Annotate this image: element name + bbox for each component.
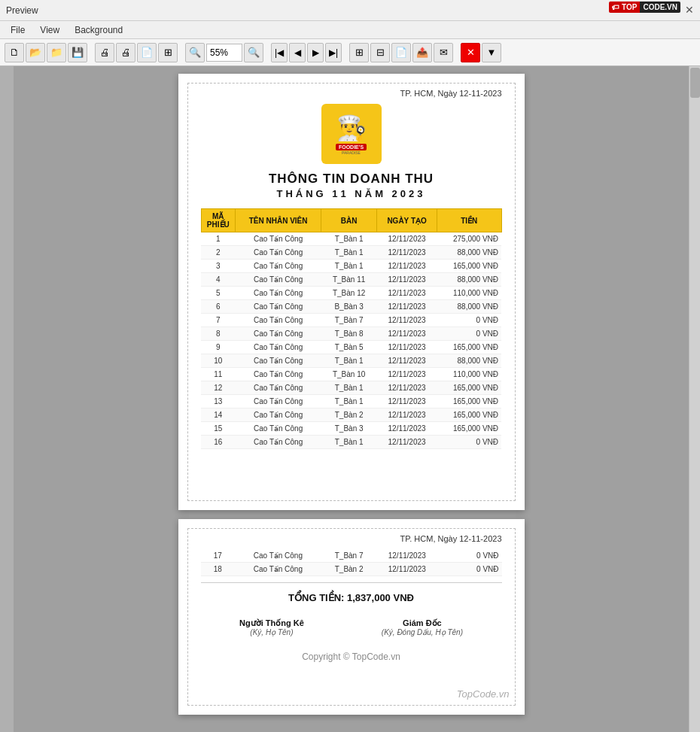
table-row: 18 Cao Tấn Công T_Bàn 2 12/11/2023 0 VNĐ	[201, 563, 502, 576]
cell-money: 165,000 VNĐ	[437, 381, 501, 395]
play-button[interactable]: ▶	[307, 43, 324, 62]
cell-date: 12/11/2023	[377, 246, 437, 260]
table-row: 6 Cao Tấn Công B_Bàn 3 12/11/2023 88,000…	[201, 300, 501, 314]
cell-money: 275,000 VNĐ	[437, 232, 501, 246]
stop-button[interactable]: ✕	[461, 43, 480, 62]
cell-table: T_Bàn 11	[321, 273, 377, 287]
scrollbar-right[interactable]	[689, 66, 700, 732]
cell-id: 1	[201, 232, 236, 246]
cell-table: T_Bàn 8	[321, 327, 377, 341]
cell-money: 165,000 VNĐ	[437, 409, 501, 422]
cell-date: 12/11/2023	[377, 232, 437, 246]
cell-id: 13	[201, 395, 236, 409]
last-page-button[interactable]: ▶|	[325, 43, 342, 62]
table-row: 16 Cao Tấn Công T_Bàn 1 12/11/2023 0 VNĐ	[201, 436, 501, 449]
open-folder-button[interactable]: 📁	[47, 43, 66, 62]
cell-name: Cao Tấn Công	[236, 395, 321, 409]
cell-date: 12/11/2023	[377, 354, 437, 368]
table-row: 13 Cao Tấn Công T_Bàn 1 12/11/2023 165,0…	[201, 395, 501, 409]
print2-button[interactable]: 🖨	[116, 43, 135, 62]
cell-date: 12/11/2023	[377, 368, 437, 381]
cell-table: T_Bàn 5	[321, 341, 377, 354]
cell-name: Cao Tấn Công	[236, 314, 321, 327]
export-button[interactable]: 📄	[137, 43, 157, 62]
data-table-page2: 17 Cao Tấn Công T_Bàn 7 12/11/2023 0 VNĐ…	[201, 549, 502, 576]
first-page-button[interactable]: |◀	[271, 43, 288, 62]
menu-view[interactable]: View	[32, 23, 67, 37]
cell-name: Cao Tấn Công	[236, 273, 321, 287]
cell-name: Cao Tấn Công	[236, 287, 321, 300]
title-bar-text: Preview	[6, 5, 38, 16]
signature-row: Người Thống Kê (Ký, Họ Tên) Giám Đốc (Ký…	[201, 618, 502, 636]
menu-file[interactable]: File	[3, 23, 32, 37]
cell-date: 12/11/2023	[377, 549, 437, 563]
cell-table: T_Bàn 3	[321, 422, 377, 436]
sig-right-title: Giám Đốc	[382, 618, 463, 628]
table-row: 3 Cao Tấn Công T_Bàn 1 12/11/2023 165,00…	[201, 260, 501, 273]
cell-id: 6	[201, 300, 236, 314]
cell-date: 12/11/2023	[377, 327, 437, 341]
cell-money: 88,000 VNĐ	[437, 354, 501, 368]
table-row: 5 Cao Tấn Công T_Bàn 12 12/11/2023 110,0…	[201, 287, 501, 300]
close-icon[interactable]: ✕	[685, 4, 694, 16]
zoom-in-button[interactable]: 🔍	[244, 43, 263, 62]
page1-date: TP. HCM, Ngày 12-11-2023	[201, 89, 502, 98]
cell-name: Cao Tấn Công	[236, 368, 321, 381]
email-button[interactable]: ✉	[434, 43, 453, 62]
export3-button[interactable]: 📤	[412, 43, 432, 62]
copyright: Copyright © TopCode.vn	[201, 652, 502, 662]
cell-id: 11	[201, 368, 236, 381]
print-button[interactable]: 🖨	[95, 43, 114, 62]
cell-name: Cao Tấn Công	[236, 381, 321, 395]
cell-money: 165,000 VNĐ	[437, 422, 501, 436]
cell-table: T_Bàn 1	[321, 260, 377, 273]
cell-money: 0 VNĐ	[437, 314, 501, 327]
cell-id: 10	[201, 354, 236, 368]
open-button[interactable]: 📂	[26, 43, 45, 62]
cell-name: Cao Tấn Công	[236, 232, 321, 246]
cell-name: Cao Tấn Công	[236, 422, 321, 436]
cell-date: 12/11/2023	[377, 314, 437, 327]
cell-date: 12/11/2023	[377, 563, 437, 576]
sig-right: Giám Đốc (Ký, Đóng Dấu, Họ Tên)	[382, 618, 463, 636]
table-row: 7 Cao Tấn Công T_Bàn 7 12/11/2023 0 VNĐ	[201, 314, 501, 327]
logo-area: 👨‍🍳 FOODIE'S PARADISE	[201, 104, 502, 164]
cell-id: 17	[201, 549, 236, 563]
extra-button[interactable]: ▼	[482, 43, 501, 62]
menu-background[interactable]: Background	[67, 23, 130, 37]
cell-date: 12/11/2023	[377, 422, 437, 436]
logo-box: 👨‍🍳 FOODIE'S PARADISE	[321, 104, 382, 164]
page-2: TP. HCM, Ngày 12-11-2023 17 Cao Tấn Công…	[178, 519, 525, 715]
table-row: 10 Cao Tấn Công T_Bàn 1 12/11/2023 88,00…	[201, 354, 501, 368]
logo-text: FOODIE'S	[336, 144, 367, 150]
zoom-out-button[interactable]: 🔍	[185, 43, 205, 62]
cell-id: 2	[201, 246, 236, 260]
cell-money: 165,000 VNĐ	[437, 260, 501, 273]
cell-table: T_Bàn 1	[321, 246, 377, 260]
cell-name: Cao Tấn Công	[236, 341, 321, 354]
grid-button[interactable]: ⊞	[349, 43, 369, 62]
save-button[interactable]: 💾	[68, 43, 87, 62]
layout-button[interactable]: ⊞	[158, 43, 178, 62]
new-button[interactable]: 🗋	[5, 43, 24, 62]
cell-id: 18	[201, 563, 236, 576]
table-row: 14 Cao Tấn Công T_Bàn 2 12/11/2023 165,0…	[201, 409, 501, 422]
cell-date: 12/11/2023	[377, 436, 437, 449]
export2-button[interactable]: 📄	[391, 43, 411, 62]
table-row: 11 Cao Tấn Công T_Bàn 10 12/11/2023 110,…	[201, 368, 501, 381]
sig-right-sub: (Ký, Đóng Dấu, Họ Tên)	[382, 628, 463, 636]
cell-money: 110,000 VNĐ	[437, 368, 501, 381]
cell-date: 12/11/2023	[377, 287, 437, 300]
cell-name: Cao Tấn Công	[236, 260, 321, 273]
th-date: NGÀY TẠO	[377, 209, 437, 232]
grid2-button[interactable]: ⊟	[370, 43, 390, 62]
toolbar: 🗋 📂 📁 💾 🖨 🖨 📄 ⊞ 🔍 55% 🔍 |◀ ◀ ▶ ▶| ⊞ ⊟ 📄 …	[0, 39, 700, 66]
cell-table: T_Bàn 2	[321, 563, 376, 576]
prev-page-button[interactable]: ◀	[289, 43, 306, 62]
cell-table: T_Bàn 12	[321, 287, 377, 300]
sig-left-title: Người Thống Kê	[239, 618, 304, 628]
cell-id: 4	[201, 273, 236, 287]
cell-name: Cao Tấn Công	[235, 549, 321, 563]
cell-table: T_Bàn 7	[321, 549, 376, 563]
zoom-display[interactable]: 55%	[206, 44, 242, 62]
